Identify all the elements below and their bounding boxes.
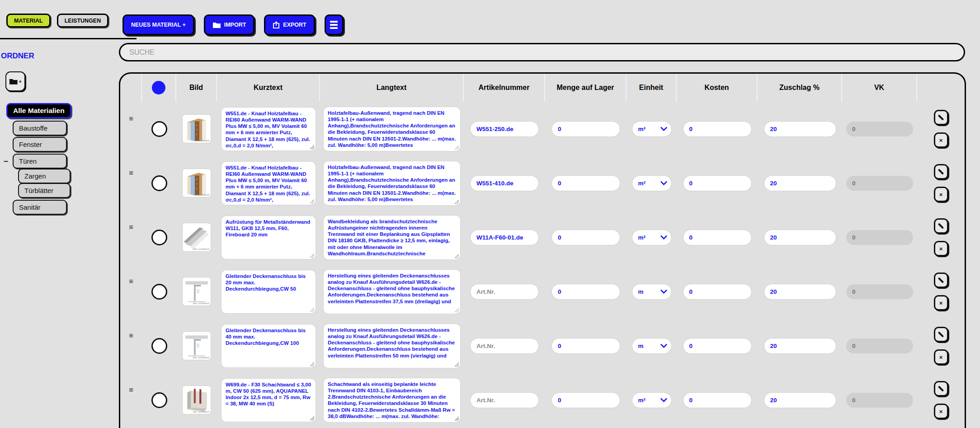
delete-button[interactable]: × (934, 132, 948, 148)
row-radio[interactable] (151, 175, 167, 191)
artikelnummer-input[interactable] (471, 230, 538, 245)
edit-button[interactable] (934, 218, 948, 234)
toolbar: NEUES MATERIAL + IMPORT EXPORT (122, 14, 344, 35)
export-button[interactable]: EXPORT (264, 14, 315, 35)
drag-handle-icon[interactable]: ≡ (129, 332, 133, 339)
artikelnummer-input[interactable] (471, 393, 538, 408)
row-radio[interactable] (151, 392, 167, 408)
kurztext-textarea[interactable]: W551.de - Knauf Holztafelbau - REI60 Auß… (221, 108, 316, 151)
vk-input (846, 122, 913, 136)
delete-button[interactable]: × (934, 349, 948, 365)
drag-handle-icon[interactable]: ≡ (129, 386, 133, 394)
row-radio[interactable] (151, 121, 167, 137)
zuschlag-input[interactable] (764, 230, 836, 245)
menge-input[interactable] (552, 230, 620, 245)
langtext-textarea[interactable]: Holztafelbau-Außenwand, tragend nach DIN… (324, 161, 460, 205)
select-all-indicator[interactable] (152, 81, 165, 94)
zuschlag-input[interactable] (764, 176, 836, 191)
drag-handle-icon[interactable]: ≡ (129, 169, 133, 177)
menge-input[interactable] (552, 122, 620, 136)
new-material-button[interactable]: NEUES MATERIAL + (122, 14, 194, 35)
sidebar-item-zargen[interactable]: Zargen (18, 169, 71, 183)
zuschlag-input[interactable] (764, 122, 836, 136)
einheit-select[interactable]: m² (632, 176, 671, 191)
kosten-input[interactable] (683, 284, 751, 299)
kurztext-textarea[interactable]: W699.de - F30 Schachtwand ≤ 3,00 m, CW 5… (221, 379, 316, 422)
import-button[interactable]: IMPORT (204, 14, 255, 35)
drag-handle-icon[interactable]: ≡ (129, 115, 133, 122)
kosten-input[interactable] (683, 339, 751, 353)
einheit-select[interactable]: m² (632, 393, 671, 408)
kurztext-textarea[interactable]: Gleitender Deckenanschluss bis 20 mm max… (221, 270, 316, 313)
einheit-select[interactable]: m² (632, 122, 671, 136)
sidebar-item-fenster[interactable]: Fenster (13, 137, 67, 152)
row-radio[interactable] (151, 338, 167, 354)
drag-handle-icon[interactable]: ≡ (129, 224, 133, 231)
sidebar-item-sanitaer[interactable]: Sanitär (13, 200, 67, 215)
plus-icon: + (19, 79, 22, 84)
einheit-select[interactable]: m (632, 339, 671, 353)
langtext-textarea[interactable]: Wandbekleidung als brandschutztechnische… (324, 216, 460, 259)
row-radio[interactable] (151, 284, 167, 300)
delete-button[interactable]: × (934, 241, 948, 256)
vk-input (846, 393, 913, 408)
chevron-down-icon (660, 179, 667, 186)
edit-button[interactable] (934, 110, 948, 125)
delete-button[interactable]: × (934, 187, 948, 202)
edit-button[interactable] (934, 381, 948, 396)
artikelnummer-input[interactable] (471, 339, 538, 353)
sidebar-item-alle-materialien[interactable]: Alle Materialien (6, 103, 71, 118)
einheit-select[interactable]: m² (632, 230, 671, 245)
zuschlag-input[interactable] (764, 393, 836, 408)
menge-input[interactable] (552, 393, 620, 408)
chevron-down-icon (660, 287, 667, 294)
langtext-textarea[interactable]: Herstellung eines gleitenden Deckenansch… (324, 270, 460, 314)
product-image[interactable]: Abb. symbolisch (183, 332, 211, 360)
menge-input[interactable] (552, 339, 620, 353)
kosten-input[interactable] (683, 393, 751, 408)
tab-leistungen[interactable]: LEISTUNGEN (57, 14, 109, 28)
close-icon: × (939, 300, 943, 306)
einheit-select[interactable]: m (632, 284, 671, 299)
kosten-input[interactable] (683, 122, 751, 136)
artikelnummer-input[interactable] (471, 176, 538, 191)
sidebar-item-tueren[interactable]: Türen (13, 154, 67, 169)
kosten-input[interactable] (683, 230, 751, 245)
product-image[interactable]: Abb. symbolisch (183, 169, 211, 197)
tree-collapse-icon[interactable]: – (4, 156, 8, 166)
kosten-input[interactable] (683, 176, 751, 191)
menge-input[interactable] (552, 176, 620, 191)
sidebar-item-tuerblaetter[interactable]: Türblätter (18, 183, 71, 198)
new-folder-button[interactable]: + (5, 71, 25, 91)
kurztext-textarea[interactable]: Gleitender Deckenanschluss bis 40 mm max… (221, 325, 316, 367)
langtext-textarea[interactable]: Herstellung eines gleitenden Deckenansch… (324, 324, 460, 368)
delete-button[interactable]: × (934, 295, 948, 310)
sidebar-item-baustoffe[interactable]: Baustoffe (13, 121, 67, 136)
kurztext-textarea[interactable]: Aufrüstung für Metallständerwand W111, G… (221, 216, 316, 259)
delete-button[interactable]: × (934, 404, 948, 419)
zuschlag-input[interactable] (764, 284, 836, 299)
product-image[interactable]: Abb. symbolisch (183, 223, 211, 251)
artikelnummer-input[interactable] (471, 122, 538, 136)
drag-handle-icon[interactable]: ≡ (129, 278, 133, 285)
edit-button[interactable] (934, 273, 948, 288)
einheit-value: m (638, 288, 644, 295)
product-image[interactable]: Abb. symbolisch (183, 277, 211, 306)
edit-button[interactable] (934, 327, 948, 342)
search-input[interactable] (119, 43, 965, 61)
shaft-wall-image (183, 386, 211, 414)
kurztext-textarea[interactable]: W551.de - Knauf Holztafelbau - REI60 Auß… (221, 162, 316, 205)
row-radio[interactable] (151, 230, 167, 245)
menge-input[interactable] (552, 284, 620, 299)
langtext-textarea[interactable]: Schachtwand als einseitig beplankte leic… (324, 378, 460, 422)
product-image[interactable]: Abb. symbolisch (183, 115, 211, 143)
menu-button[interactable] (325, 14, 344, 35)
langtext-textarea[interactable]: Holztafelbau-Außenwand, tragend nach DIN… (324, 107, 460, 151)
tab-material[interactable]: MATERIAL (6, 14, 51, 28)
product-image[interactable]: Abb. symbolisch (183, 386, 211, 414)
edit-button[interactable] (934, 164, 948, 179)
header-kosten: Kosten (677, 74, 758, 102)
zuschlag-input[interactable] (764, 339, 836, 353)
artikelnummer-input[interactable] (471, 284, 538, 299)
table-row: ≡ Abb. symbolisch Aufrüstung für Metalls… (120, 210, 965, 264)
